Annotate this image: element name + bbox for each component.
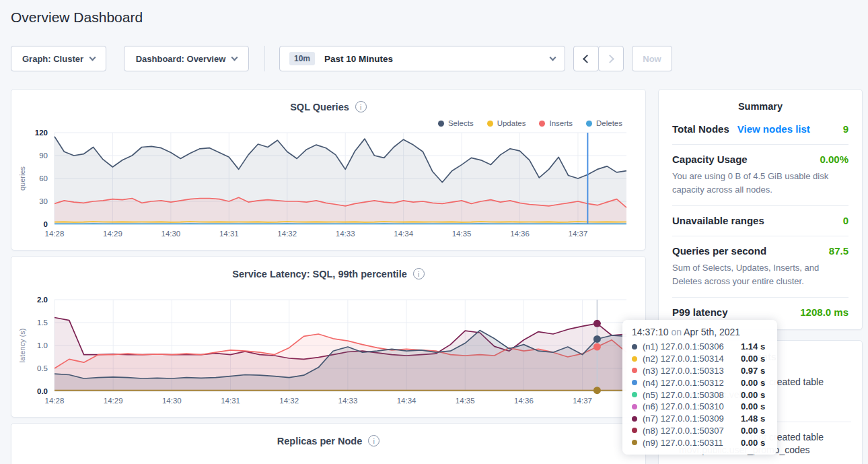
summary-row-label: P99 latency — [672, 306, 728, 318]
graph-scope-dropdown[interactable]: Graph: Cluster — [11, 46, 106, 71]
svg-text:14:31: 14:31 — [219, 230, 239, 238]
svg-text:30: 30 — [39, 197, 48, 205]
tooltip-node-label: (n6) 127.0.0.1:50310 — [643, 401, 741, 411]
svg-text:14:29: 14:29 — [103, 230, 122, 238]
summary-row-head: P99 latency1208.0 ms — [672, 306, 848, 318]
svg-text:120: 120 — [35, 129, 48, 137]
toolbar-divider — [264, 46, 265, 71]
tooltip-node-row: (n1) 127.0.0.1:503061.14 s — [632, 341, 768, 353]
tooltip-node-value: 0.00 s — [741, 426, 765, 436]
tooltip-node-value: 0.00 s — [741, 354, 765, 364]
chart-title: SQL Queries — [290, 102, 349, 112]
summary-row-label: Queries per second — [672, 245, 766, 257]
tooltip-node-row: (n7) 127.0.0.1:503091.48 s — [632, 413, 768, 425]
tooltip-node-row: (n5) 127.0.0.1:503080.00 s — [632, 389, 768, 401]
svg-text:14:29: 14:29 — [104, 397, 123, 405]
tooltip-node-label: (n1) 127.0.0.1:50306 — [643, 341, 741, 352]
tooltip-node-value: 0.97 s — [741, 366, 765, 376]
tooltip-node-label: (n2) 127.0.0.1:50314 — [643, 354, 741, 364]
svg-text:90: 90 — [39, 152, 48, 160]
node-color-dot — [632, 392, 637, 397]
chevron-down-icon — [231, 54, 238, 61]
time-next-button[interactable] — [598, 46, 624, 71]
summary-row-value: 0.00% — [820, 154, 848, 165]
tooltip-node-row: (n4) 127.0.0.1:503120.00 s — [632, 376, 768, 389]
summary-row-head: Capacity Usage0.00% — [672, 154, 848, 165]
svg-text:14:34: 14:34 — [394, 230, 413, 238]
tooltip-node-label: (n8) 127.0.0.1:50307 — [643, 426, 741, 436]
hover-point — [593, 343, 601, 351]
tooltip-node-value: 0.00 s — [741, 378, 765, 388]
svg-text:14:37: 14:37 — [569, 230, 588, 238]
sql-queries-panel: SQL Queries i SelectsUpdatesInsertsDelet… — [11, 89, 646, 251]
time-now-button[interactable]: Now — [632, 46, 672, 71]
hover-point — [593, 320, 601, 327]
node-color-dot — [632, 380, 637, 385]
summary-row-head: Unavailable ranges0 — [672, 215, 848, 226]
svg-text:latency (s): latency (s) — [18, 329, 26, 363]
dashboard-dropdown[interactable]: Dashboard: Overview — [124, 46, 249, 71]
replicas-per-node-panel: Replicas per Node i — [11, 423, 646, 464]
chart-title: Replicas per Node — [277, 436, 363, 446]
node-color-dot — [632, 344, 637, 350]
svg-text:1.0: 1.0 — [37, 341, 48, 350]
svg-text:14:30: 14:30 — [162, 397, 182, 405]
summary-row-head: Queries per second87.5 — [672, 245, 848, 257]
tooltip-node-value: 1.48 s — [741, 413, 765, 424]
svg-text:14:31: 14:31 — [221, 397, 240, 405]
info-icon[interactable]: i — [413, 268, 425, 279]
chart-hover-tooltip: 14:37:10 on Apr 5th, 2021 (n1) 127.0.0.1… — [622, 320, 777, 455]
time-range-dropdown[interactable]: 10m Past 10 Minutes — [279, 46, 565, 71]
tooltip-node-label: (n7) 127.0.0.1:50309 — [643, 413, 741, 424]
tooltip-node-label: (n5) 127.0.0.1:50308 — [643, 390, 741, 400]
view-nodes-list-link[interactable]: View nodes list — [737, 123, 810, 135]
svg-text:14:35: 14:35 — [456, 397, 475, 405]
tooltip-node-value: 0.00 s — [741, 438, 765, 448]
chart-title: Service Latency: SQL, 99th percentile — [232, 269, 407, 279]
series-line — [55, 222, 626, 222]
time-range-label: Past 10 Minutes — [324, 54, 393, 64]
chevron-down-icon — [550, 54, 556, 61]
svg-text:1.5: 1.5 — [37, 319, 48, 327]
svg-text:14:33: 14:33 — [338, 397, 358, 405]
svg-text:0: 0 — [44, 220, 48, 228]
time-prev-button[interactable] — [573, 46, 599, 71]
summary-row: Capacity Usage0.00%You are using 0 B of … — [672, 144, 848, 205]
summary-panel: Summary Total NodesView nodes list9Capac… — [658, 89, 863, 330]
svg-text:14:28: 14:28 — [45, 397, 65, 405]
chevron-right-icon — [606, 55, 614, 63]
tooltip-node-label: (n9) 127.0.0.1:50311 — [643, 438, 741, 448]
node-color-dot — [632, 440, 637, 445]
summary-row: Unavailable ranges0 — [672, 205, 848, 236]
info-icon[interactable]: i — [355, 101, 367, 112]
tooltip-timestamp: 14:37:10 on Apr 5th, 2021 — [632, 327, 768, 337]
svg-text:queries: queries — [18, 166, 26, 191]
svg-text:0.5: 0.5 — [37, 364, 48, 372]
tooltip-node-value: 1.14 s — [741, 341, 765, 352]
svg-text:0.0: 0.0 — [37, 387, 48, 395]
chevron-down-icon — [89, 54, 96, 61]
svg-text:14:28: 14:28 — [45, 230, 65, 238]
sql-queries-chart[interactable]: 14:2814:2914:3014:3114:3214:3314:3414:35… — [11, 126, 647, 244]
node-color-dot — [632, 368, 637, 373]
summary-row-value: 87.5 — [829, 245, 848, 257]
tooltip-node-row: (n9) 127.0.0.1:503110.00 s — [632, 436, 768, 449]
summary-row-value: 9 — [843, 123, 848, 135]
summary-row-label: Total Nodes — [672, 123, 729, 135]
tooltip-node-row: (n6) 127.0.0.1:503100.00 s — [632, 401, 768, 413]
tooltip-node-value: 0.00 s — [741, 390, 765, 400]
summary-row: Queries per second87.5Sum of Selects, Up… — [672, 236, 848, 297]
tooltip-node-label: (n4) 127.0.0.1:50312 — [643, 378, 741, 388]
svg-text:14:30: 14:30 — [161, 230, 180, 238]
svg-text:14:37: 14:37 — [573, 397, 592, 405]
service-latency-chart[interactable]: 14:2814:2914:3014:3114:3214:3314:3414:35… — [11, 293, 647, 411]
svg-text:2.0: 2.0 — [37, 296, 48, 304]
svg-text:60: 60 — [39, 174, 48, 183]
svg-text:14:36: 14:36 — [510, 230, 530, 238]
summary-row-label: Unavailable ranges — [672, 215, 764, 226]
info-icon[interactable]: i — [368, 435, 379, 446]
tooltip-node-label: (n3) 127.0.0.1:50313 — [643, 366, 741, 376]
svg-text:14:35: 14:35 — [452, 230, 472, 238]
summary-row-value: 0 — [843, 215, 848, 226]
svg-text:14:32: 14:32 — [277, 230, 297, 238]
